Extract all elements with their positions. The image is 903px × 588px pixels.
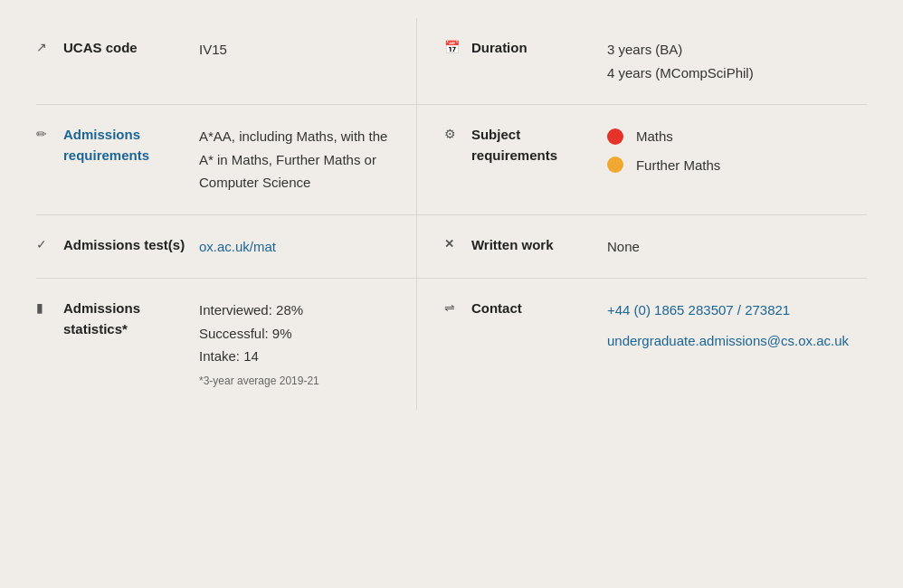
- phone-link[interactable]: +44 (0) 1865 283507 / 273821: [607, 302, 790, 318]
- written-work-label: Written work: [471, 235, 607, 256]
- admissions-test-label: Admissions test(s): [63, 235, 199, 256]
- subject-item-maths: Maths: [607, 125, 849, 148]
- contact-value: +44 (0) 1865 283507 / 273821 undergradua…: [607, 299, 849, 352]
- admissions-test-link: ox.ac.uk/mat: [199, 235, 389, 259]
- admissions-stats-footnote: *3-year average 2019-21: [199, 372, 389, 390]
- contact-icon: ⇌: [444, 299, 471, 315]
- contact-section: ⇌ Contact +44 (0) 1865 283507 / 273821 u…: [417, 279, 867, 410]
- subject-req-label: Subject requirements: [471, 125, 607, 166]
- mat-link[interactable]: ox.ac.uk/mat: [199, 239, 276, 254]
- ucas-icon: ↗: [36, 38, 63, 54]
- duration-label: Duration: [471, 38, 607, 59]
- further-maths-dot: [607, 156, 623, 173]
- check-icon: ✓: [36, 235, 63, 251]
- admissions-test-section: ✓ Admissions test(s) ox.ac.uk/mat: [36, 215, 417, 280]
- edit-icon: ✏: [36, 125, 63, 141]
- subject-req-section: ⚙ Subject requirements Maths Further Mat…: [417, 105, 867, 215]
- further-maths-label: Further Maths: [636, 154, 720, 177]
- subject-icon: ⚙: [444, 125, 471, 141]
- cross-icon: ✕: [444, 235, 471, 251]
- calendar-icon: 📅: [444, 38, 471, 54]
- maths-label: Maths: [636, 125, 673, 148]
- ucas-value: IV15: [199, 38, 389, 62]
- stats-icon: ▮: [36, 299, 63, 315]
- email-link[interactable]: undergraduate.admissions@cs.ox.ac.uk: [607, 333, 849, 348]
- maths-dot: [607, 128, 623, 145]
- written-work-section: ✕ Written work None: [417, 215, 867, 280]
- duration-section: 📅 Duration 3 years (BA) 4 years (MCompSc…: [417, 18, 867, 105]
- admissions-req-label: Admissions requirements: [63, 125, 199, 166]
- ucas-label: UCAS code: [63, 38, 199, 59]
- admissions-stats-value: Interviewed: 28% Successful: 9% Intake: …: [199, 299, 389, 390]
- subject-item-further-maths: Further Maths: [607, 154, 849, 177]
- admissions-stats-label: Admissions statistics*: [63, 299, 199, 339]
- subject-req-items: Maths Further Maths: [607, 125, 849, 182]
- admissions-stats-section: ▮ Admissions statistics* Interviewed: 28…: [36, 279, 417, 410]
- ucas-section: ↗ UCAS code IV15: [36, 18, 417, 105]
- duration-value: 3 years (BA) 4 years (MCompSciPhil): [607, 38, 849, 84]
- written-work-value: None: [607, 235, 849, 259]
- contact-label: Contact: [471, 299, 607, 319]
- admissions-req-section: ✏ Admissions requirements A*AA, includin…: [36, 105, 417, 215]
- admissions-req-value: A*AA, including Maths, with the A* in Ma…: [199, 125, 389, 194]
